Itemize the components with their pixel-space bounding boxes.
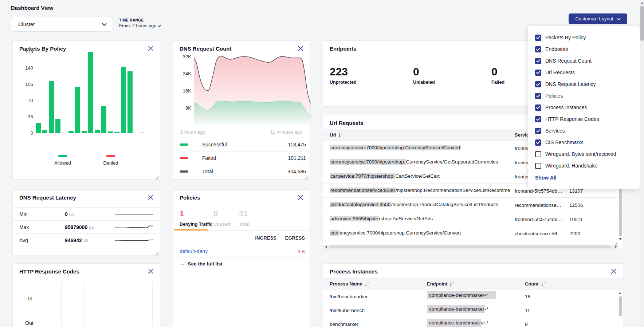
menu-item[interactable]: Process Instances [535, 102, 632, 113]
checkbox-checked-icon[interactable] [535, 128, 541, 134]
checkbox-checked-icon[interactable] [535, 58, 541, 64]
menu-item[interactable]: Services [535, 125, 632, 137]
stat-failed: 0 Failed [491, 66, 504, 85]
checkbox-unchecked-icon[interactable] [535, 163, 541, 169]
scroll-right-arrow-icon[interactable] [615, 245, 617, 248]
bar [82, 131, 87, 133]
widget-process-instances: Process Instances Process Name Endpoint … [323, 263, 623, 327]
total-swatch [180, 170, 188, 173]
checkbox-checked-icon[interactable] [535, 35, 541, 41]
checkbox-checked-icon[interactable] [535, 70, 541, 76]
menu-item[interactable]: Endpoints [535, 43, 632, 55]
bar [49, 81, 54, 133]
customize-layout-button[interactable]: Customize Layout [569, 13, 627, 24]
close-icon[interactable] [148, 194, 154, 201]
column-header-url[interactable]: Url [330, 132, 343, 138]
scroll-down-arrow-icon[interactable] [619, 238, 622, 240]
customize-layout-menu: Packets By PolicyEndpointsDNS Request Co… [528, 26, 640, 189]
stat-value: 0 [413, 66, 435, 77]
url-cell: cartservice:7070/hipstershop.CartService… [330, 173, 510, 179]
menu-item[interactable]: Wireguard. Handshake [535, 160, 632, 172]
time-range[interactable]: TIME RANGE From: 2 hours ago [119, 18, 161, 28]
vertical-scrollbar[interactable] [619, 296, 622, 316]
widget-dns-request-count: DNS Request Count 8K16K24K32K [173, 40, 310, 180]
row-label-out: Out [25, 320, 34, 326]
url-cell: recommendationservice:8080/hipstershop.R… [330, 188, 510, 193]
menu-item-label: Url Requests [545, 70, 575, 75]
close-icon[interactable] [611, 268, 617, 275]
process-name-cell: /bin/benchmarker [330, 294, 368, 299]
view-selector[interactable]: Cluster [11, 17, 113, 32]
checkbox-checked-icon[interactable] [535, 105, 541, 111]
stat-label: Unlabeled [413, 80, 435, 85]
tab-denying-traffic[interactable]: 1 Denying Traffic [180, 210, 212, 227]
table-header: Process Name Endpoint Count [323, 278, 623, 289]
url-cell: currencyservice:7000/hipstershop.Currenc… [330, 145, 510, 150]
latency-row-avg: Avg 946942 µs [13, 233, 160, 247]
checkbox-checked-icon[interactable] [535, 139, 541, 146]
widget-policies: Policies 1 Denying Traffic 0 Unused 31 T… [173, 189, 310, 327]
checkbox-checked-icon[interactable] [535, 81, 541, 87]
column-header-count[interactable]: Count [525, 281, 545, 287]
legend-value: 191,211 [288, 155, 306, 161]
menu-item-label: DNS Request Latency [545, 81, 596, 87]
menu-item[interactable]: Url Requests [535, 67, 632, 78]
endpoint-cell: compliance-benchmarker-* [427, 292, 496, 298]
close-icon[interactable] [298, 46, 304, 52]
column-header-endpoint[interactable]: Endpoint [427, 281, 454, 287]
resize-handle-icon[interactable] [305, 174, 309, 178]
column-header-egress: EGRESS [173, 235, 305, 241]
widget-title: DNS Request Latency [19, 194, 76, 201]
menu-item[interactable]: CIS Benchmarks [535, 137, 632, 148]
bar [101, 106, 106, 133]
checkbox-checked-icon[interactable] [535, 116, 541, 122]
see-full-list-link[interactable]: → See the full list [180, 261, 223, 267]
stat-unlabeled: 0 Unlabeled [413, 66, 435, 85]
menu-item[interactable]: Policies [535, 90, 632, 102]
denied-swatch [106, 155, 115, 157]
url-request-row: adservice:9555/hipstershop.AdService/Get… [323, 212, 623, 226]
menu-item[interactable]: Packets By Policy [535, 32, 632, 43]
sparkline-max [115, 224, 153, 230]
checkbox-unchecked-icon[interactable] [535, 151, 541, 157]
scroll-up-arrow-icon[interactable] [619, 292, 621, 294]
process-instance-row: /bin/benchmarkercompliance-benchmarker-*… [323, 289, 623, 303]
page-scrollbar[interactable] [640, 0, 644, 327]
checkbox-checked-icon[interactable] [535, 93, 541, 99]
menu-item[interactable]: DNS Request Latency [535, 78, 632, 90]
legend-label: Total [202, 169, 287, 174]
count-cell: 11 [525, 308, 530, 313]
menu-item[interactable]: DNS Request Count [535, 55, 632, 67]
endpoint-cell: compliance-benchmarker-* [427, 320, 488, 326]
view-selector-value: Cluster [18, 21, 102, 27]
close-icon[interactable] [298, 194, 304, 201]
latency-row-min: Min 0 µs [13, 207, 160, 220]
menu-item[interactable]: Wireguard. Bytes sent/received [535, 148, 632, 160]
column-header-process-name[interactable]: Process Name [330, 281, 369, 287]
close-icon[interactable] [148, 268, 154, 275]
endpoint-cell: compliance-benchmarker-* [427, 306, 488, 312]
bar [68, 131, 74, 133]
horizontal-scrollbar[interactable] [323, 245, 619, 249]
scroll-up-arrow-icon [641, 2, 643, 4]
url-cell: currencyservice:7000/hipstershop.Currenc… [330, 159, 510, 165]
chevron-down-icon [102, 21, 107, 28]
checkbox-checked-icon[interactable] [535, 46, 541, 52]
horizontal-scrollbar-thumb[interactable] [329, 245, 610, 248]
resize-handle-icon[interactable] [155, 250, 159, 254]
scroll-left-arrow-icon[interactable] [325, 245, 327, 248]
service-cell: frontend-5fc5754db… [515, 188, 566, 194]
tab-total[interactable]: 31 Total [239, 210, 250, 227]
resize-handle-icon[interactable] [155, 174, 159, 178]
widget-title: Policies [180, 194, 200, 201]
tab-unused[interactable]: 0 Unused [213, 210, 230, 227]
page-scrollbar-thumb[interactable] [640, 6, 644, 41]
menu-item[interactable]: HTTP Response Codes [535, 113, 632, 125]
show-all-link[interactable]: Show All [535, 175, 632, 181]
sparkline-avg [115, 237, 153, 243]
close-icon[interactable] [148, 46, 154, 52]
bar [114, 132, 119, 133]
legend-row-failed: Failed 191,211 [173, 151, 310, 165]
resize-handle-icon[interactable] [614, 241, 618, 244]
process-name-cell: benchmarker [330, 322, 358, 327]
